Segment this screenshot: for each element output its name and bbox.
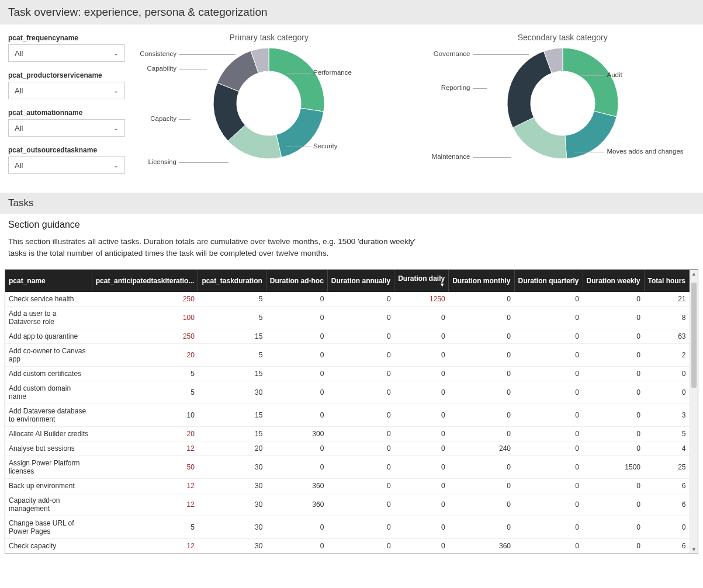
- table-row[interactable]: Add app to quarantine2501500000063: [5, 329, 690, 344]
- table-row[interactable]: Allocate AI Builder credits2015300000005: [5, 427, 690, 441]
- donut-slice[interactable]: [563, 48, 618, 117]
- scroll-up-icon[interactable]: ▲: [690, 271, 698, 277]
- column-header[interactable]: Duration ad-hoc: [266, 270, 327, 292]
- leader-line: [179, 54, 236, 55]
- column-header[interactable]: Duration weekly: [583, 270, 644, 292]
- donut-slice[interactable]: [276, 108, 324, 157]
- guidance-heading: Section guidance: [8, 220, 695, 230]
- table-row[interactable]: Capacity add-on management1230360000006: [5, 493, 690, 516]
- donut-slice[interactable]: [507, 51, 552, 128]
- cell: 0: [327, 307, 394, 329]
- table-row[interactable]: Add custom domain name5300000000: [5, 381, 690, 404]
- column-header[interactable]: Duration annually: [327, 270, 394, 292]
- cell: 3: [644, 404, 689, 427]
- slice-label: Security: [313, 142, 338, 149]
- cell: 0: [449, 329, 514, 344]
- cell: 0: [266, 292, 327, 307]
- filter-group: pcat_outsourcedtasknameAll⌄: [8, 146, 125, 174]
- cell: 0: [449, 493, 514, 516]
- cell: 0: [514, 344, 583, 367]
- slice-label: Consistency: [140, 50, 176, 57]
- table-row[interactable]: Add a user to a Dataverse role1005000000…: [5, 307, 690, 329]
- column-header[interactable]: Total hours: [644, 270, 689, 292]
- cell: 360: [449, 539, 514, 554]
- slice-label: Capacity: [150, 115, 176, 122]
- slice-label: Governance: [434, 50, 470, 57]
- cell: 5: [644, 427, 689, 441]
- filter-label: pcat_frequencyname: [8, 34, 125, 42]
- donut-chart: [213, 48, 324, 159]
- donut-slice[interactable]: [217, 51, 258, 91]
- cell: 0: [327, 493, 394, 516]
- table-row[interactable]: Check service health250500125000021: [5, 292, 690, 307]
- cell: 0: [583, 404, 644, 427]
- column-header[interactable]: pcat_name: [5, 270, 92, 292]
- cell: 5: [92, 516, 198, 539]
- filter-label: pcat_automationname: [8, 109, 125, 117]
- cell: 360: [266, 493, 327, 516]
- filter-panel: pcat_frequencynameAll⌄pcat_productorserv…: [8, 29, 125, 182]
- table-row[interactable]: Add co-owner to Canvas app2050000002: [5, 344, 690, 367]
- cell: 0: [583, 441, 644, 456]
- cell: 360: [266, 479, 327, 493]
- tasks-table: pcat_namepcat_anticipatedtaskiteratio...…: [5, 270, 690, 554]
- cell: 5: [198, 292, 266, 307]
- cell: 0: [644, 381, 689, 404]
- cell: 0: [583, 367, 644, 381]
- leader-line: [473, 54, 529, 55]
- column-header[interactable]: Duration quarterly: [514, 270, 583, 292]
- cell: 0: [394, 479, 449, 493]
- cell: Add app to quarantine: [5, 329, 92, 344]
- table-row[interactable]: Add Dataverse database to environment101…: [5, 404, 690, 427]
- cell: 0: [394, 493, 449, 516]
- table-row[interactable]: Change base URL of Power Pages5300000000: [5, 516, 690, 539]
- table-row[interactable]: Check deployment schedule for general av…: [5, 554, 690, 554]
- cell: 0: [394, 516, 449, 539]
- cell: 0: [394, 307, 449, 329]
- filter-dropdown[interactable]: All⌄: [8, 119, 125, 137]
- table-row[interactable]: Back up environment1230360000006: [5, 479, 690, 493]
- scrollbar-thumb[interactable]: [691, 283, 697, 388]
- cell: Analyse bot sessions: [5, 441, 92, 456]
- cell: 30: [198, 539, 266, 554]
- chart-block: Secondary task categoryAuditMoves adds a…: [431, 29, 695, 182]
- leader-line: [582, 75, 604, 76]
- cell: 20: [92, 344, 198, 367]
- column-header[interactable]: pcat_taskduration: [198, 270, 266, 292]
- cell: Capacity add-on management: [5, 493, 92, 516]
- cell: 0: [394, 427, 449, 441]
- column-header[interactable]: Duration monthly: [449, 270, 514, 292]
- cell: 0: [514, 441, 583, 456]
- cell: 100: [92, 307, 198, 329]
- cell: 0: [449, 381, 514, 404]
- table-row[interactable]: Add custom certificates5150000000: [5, 367, 690, 381]
- cell: Add Dataverse database to environment: [5, 404, 92, 427]
- cell: 0: [394, 381, 449, 404]
- cell: 12: [92, 493, 198, 516]
- table-row[interactable]: Assign Power Platform licenses5030000001…: [5, 456, 690, 479]
- vertical-scrollbar[interactable]: ▲ ▼: [690, 270, 698, 554]
- scroll-down-icon[interactable]: ▼: [690, 547, 698, 552]
- cell: 0: [449, 404, 514, 427]
- guidance-body: This section illustrates all active task…: [8, 236, 435, 259]
- column-header[interactable]: pcat_anticipatedtaskiteratio...: [92, 270, 198, 292]
- slice-label: Performance: [313, 69, 352, 76]
- leader-line: [473, 88, 487, 89]
- cell: 0: [514, 404, 583, 427]
- filter-dropdown[interactable]: All⌄: [8, 44, 125, 62]
- column-header[interactable]: Duration daily▼: [394, 270, 449, 292]
- sort-desc-icon: ▼: [398, 283, 445, 287]
- leader-line: [179, 69, 207, 69]
- cell: 1: [644, 554, 689, 554]
- cell: 15: [198, 404, 266, 427]
- cell: 0: [394, 441, 449, 456]
- filter-dropdown[interactable]: All⌄: [8, 156, 125, 174]
- cell: Check capacity: [5, 539, 92, 554]
- slice-label: Capability: [147, 65, 177, 72]
- table-row[interactable]: Analyse bot sessions1220000240004: [5, 441, 690, 456]
- cell: 15: [198, 427, 266, 441]
- donut-slice[interactable]: [269, 48, 324, 112]
- filter-dropdown[interactable]: All⌄: [8, 82, 125, 99]
- filter-group: pcat_productorservicenameAll⌄: [8, 71, 125, 99]
- table-row[interactable]: Check capacity1230000360006: [5, 539, 690, 554]
